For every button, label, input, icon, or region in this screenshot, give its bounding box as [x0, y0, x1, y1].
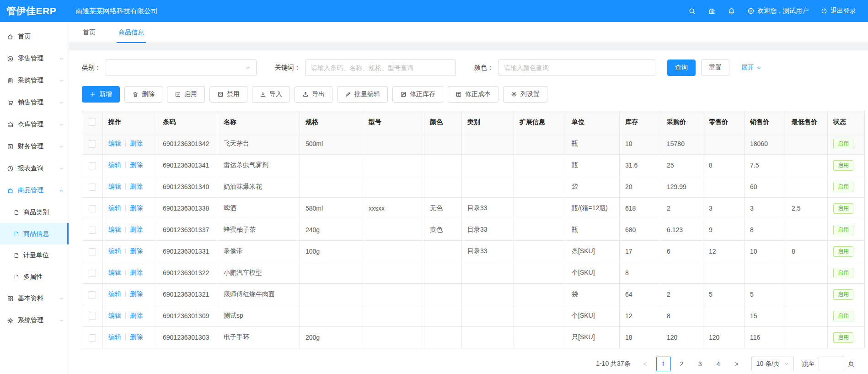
row-checkbox[interactable]: [89, 270, 96, 277]
sidebar-item-product[interactable]: 商品管理: [0, 179, 69, 201]
export-button[interactable]: 导出: [295, 86, 332, 103]
next-page-button[interactable]: >: [729, 357, 744, 371]
edit-link[interactable]: 编辑: [108, 269, 121, 276]
import-button[interactable]: 导入: [252, 86, 290, 103]
delete-link[interactable]: 删除: [130, 183, 143, 190]
cell-spec: 240g: [300, 219, 363, 241]
page-size-select[interactable]: 10 条/页: [751, 357, 794, 371]
cell-sale-price: 7.5: [745, 155, 786, 176]
cell-ext: [514, 198, 566, 219]
batch-edit-button[interactable]: 批量编辑: [337, 86, 388, 103]
delete-button[interactable]: 删除: [124, 86, 162, 103]
edit-link[interactable]: 编辑: [108, 247, 121, 255]
delete-link[interactable]: 删除: [130, 247, 143, 255]
sidebar-subitem-product-info[interactable]: 商品信息: [0, 223, 69, 244]
row-checkbox[interactable]: [89, 184, 96, 191]
cell-min-price: 8: [786, 241, 828, 262]
page-button-2[interactable]: 2: [675, 357, 689, 371]
cell-barcode: 6901236301331: [157, 241, 218, 262]
cell-name: 康师傅红烧牛肉面: [218, 284, 300, 305]
delete-link[interactable]: 删除: [130, 140, 143, 147]
delete-link[interactable]: 删除: [130, 333, 143, 341]
row-checkbox[interactable]: [89, 313, 96, 320]
status-badge: 启用: [833, 139, 853, 149]
reset-button[interactable]: 重置: [701, 60, 729, 76]
delete-link[interactable]: 删除: [130, 269, 143, 276]
adjust-stock-button[interactable]: 修正库存: [392, 86, 443, 103]
row-checkbox[interactable]: [89, 141, 96, 148]
bell-icon[interactable]: [728, 7, 735, 15]
column-settings-button[interactable]: 列设置: [503, 86, 547, 103]
sidebar-subitem-measure-unit[interactable]: 计量单位: [0, 244, 69, 266]
cell-name: 飞天茅台: [218, 133, 300, 155]
edit-link[interactable]: 编辑: [108, 290, 121, 298]
edit-link[interactable]: 编辑: [108, 333, 121, 341]
edit-link[interactable]: 编辑: [108, 226, 121, 233]
category-select[interactable]: [106, 60, 257, 76]
button-label: 禁用: [227, 90, 240, 98]
smile-icon: [747, 7, 755, 15]
button-label: 列设置: [520, 90, 540, 98]
sidebar-item-purchase[interactable]: 采购管理: [0, 70, 69, 92]
tab-home[interactable]: 首页: [81, 22, 97, 43]
row-checkbox[interactable]: [89, 227, 96, 234]
table-row: 编辑删除6901236301338啤酒580mlxxsxx无色目录33瓶/(箱=…: [82, 198, 865, 219]
delete-link[interactable]: 删除: [130, 226, 143, 233]
cell-spec: 500ml: [300, 133, 363, 155]
search-icon[interactable]: [688, 7, 696, 15]
cell-color: 黄色: [424, 219, 462, 241]
page-button-4[interactable]: 4: [711, 357, 726, 371]
row-checkbox[interactable]: [89, 205, 96, 212]
logout-button[interactable]: 退出登录: [820, 7, 856, 15]
search-button[interactable]: 查询: [667, 60, 696, 76]
status-badge: 启用: [833, 160, 853, 171]
sidebar-item-finance[interactable]: 财务管理: [0, 136, 69, 157]
prev-page-button[interactable]: <: [638, 357, 653, 371]
sidebar-subitem-multi-attribute[interactable]: 多属性: [0, 266, 69, 287]
row-checkbox[interactable]: [89, 248, 96, 255]
disable-button[interactable]: 禁用: [209, 86, 247, 103]
keyword-input[interactable]: [305, 60, 456, 76]
sidebar-item-sales[interactable]: 销售管理: [0, 92, 69, 114]
page-button-3[interactable]: 3: [693, 357, 707, 371]
row-checkbox[interactable]: [89, 334, 96, 341]
tab-product-info[interactable]: 商品信息: [117, 22, 146, 43]
edit-link[interactable]: 编辑: [108, 161, 121, 168]
sidebar-item-home[interactable]: 首页: [0, 26, 69, 48]
adjust-cost-button[interactable]: 修正成本: [448, 86, 498, 103]
sidebar-item-label: 报表查询: [18, 164, 59, 173]
edit-link[interactable]: 编辑: [108, 312, 121, 319]
edit-link[interactable]: 编辑: [108, 204, 121, 211]
sidebar-item-basic-data[interactable]: 基本资料: [0, 287, 69, 309]
sidebar-subitem-product-category[interactable]: 商品类别: [0, 201, 69, 223]
color-input[interactable]: [498, 60, 655, 76]
sidebar-item-warehouse[interactable]: 仓库管理: [0, 114, 69, 136]
app-logo: 管伊佳ERP: [0, 5, 69, 17]
row-checkbox[interactable]: [89, 162, 96, 169]
delete-link[interactable]: 删除: [130, 290, 143, 298]
select-all-checkbox[interactable]: [89, 119, 96, 126]
cell-color: [424, 305, 462, 327]
enable-button[interactable]: 启用: [167, 86, 205, 103]
edit-link[interactable]: 编辑: [108, 183, 121, 190]
shop-icon[interactable]: [708, 7, 716, 15]
cell-spec: [300, 284, 363, 305]
page-button-1[interactable]: 1: [656, 357, 671, 371]
delete-link[interactable]: 删除: [130, 312, 143, 319]
delete-link[interactable]: 删除: [130, 204, 143, 211]
sidebar-item-label: 财务管理: [18, 142, 59, 151]
add-button[interactable]: 新增: [82, 86, 120, 103]
row-checkbox[interactable]: [89, 291, 96, 298]
sidebar-item-system[interactable]: 系统管理: [0, 309, 69, 331]
edit-link[interactable]: 编辑: [108, 140, 121, 147]
delete-link[interactable]: 删除: [130, 161, 143, 168]
jump-page-input[interactable]: [819, 357, 844, 371]
cell-model: [363, 262, 424, 284]
welcome-user[interactable]: 欢迎您，测试用户: [747, 7, 809, 15]
expand-link[interactable]: 展开: [741, 64, 761, 72]
cell-category: [462, 155, 514, 176]
cell-color: [424, 262, 462, 284]
sidebar-item-retail[interactable]: 零售管理: [0, 48, 69, 70]
cell-category: [462, 176, 514, 198]
sidebar-item-report[interactable]: 报表查询: [0, 157, 69, 179]
